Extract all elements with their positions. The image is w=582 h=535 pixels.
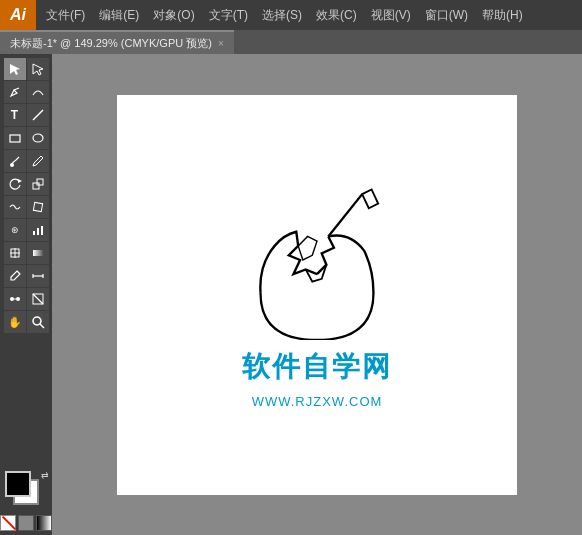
svg-rect-9 (37, 179, 43, 185)
ai-logo: Ai (0, 0, 36, 30)
tool-row-type: T (0, 104, 52, 126)
svg-point-6 (10, 163, 14, 167)
active-tab[interactable]: 未标题-1* @ 149.29% (CMYK/GPU 预览) × (0, 30, 234, 54)
paintbrush-tool[interactable] (4, 150, 26, 172)
tool-row-pen (0, 81, 52, 103)
ellipse-tool[interactable] (27, 127, 49, 149)
logo-artwork (217, 180, 417, 340)
canvas-area[interactable]: 软件自学网 WWW.RJZXW.COM (52, 54, 582, 535)
eyedropper-tool[interactable] (4, 265, 26, 287)
tool-row-symbol: ⊛ (0, 219, 52, 241)
pencil-tool[interactable] (27, 150, 49, 172)
color-boxes: ⊙ ⇄ (5, 471, 47, 513)
svg-rect-11 (33, 231, 35, 235)
swap-color-icon[interactable]: ⇄ (41, 470, 49, 480)
gradient-tool[interactable] (27, 242, 49, 264)
direct-select-tool[interactable] (27, 58, 49, 80)
free-transform-tool[interactable] (27, 196, 49, 218)
menu-text[interactable]: 文字(T) (203, 5, 254, 26)
artboard: 软件自学网 WWW.RJZXW.COM (117, 95, 517, 495)
svg-line-27 (40, 324, 44, 328)
hand-tool[interactable]: ✋ (4, 311, 26, 333)
menu-select[interactable]: 选择(S) (256, 5, 308, 26)
svg-marker-1 (33, 64, 43, 75)
blend-tool[interactable] (4, 288, 26, 310)
tool-row-eyedropper (0, 265, 52, 287)
none-color-btn[interactable] (0, 515, 16, 531)
tool-row-warp (0, 196, 52, 218)
slice-tool[interactable] (27, 288, 49, 310)
svg-line-24 (33, 294, 43, 304)
svg-rect-17 (33, 250, 43, 256)
menu-view[interactable]: 视图(V) (365, 5, 417, 26)
svg-point-26 (33, 317, 41, 325)
selection-tool[interactable] (4, 58, 26, 80)
measure-tool[interactable] (27, 265, 49, 287)
main-content: T (0, 54, 582, 535)
tool-row-hand: ✋ (0, 311, 52, 333)
fill-color-box[interactable] (5, 471, 31, 497)
svg-point-5 (33, 134, 43, 142)
svg-rect-4 (10, 135, 20, 142)
svg-marker-7 (18, 179, 22, 183)
menu-file[interactable]: 文件(F) (40, 5, 91, 26)
tool-row-brush (0, 150, 52, 172)
logo-sub-text: WWW.RJZXW.COM (252, 394, 383, 409)
tab-label: 未标题-1* @ 149.29% (CMYK/GPU 预览) (10, 36, 212, 51)
svg-marker-0 (10, 64, 20, 75)
tool-row-rotate (0, 173, 52, 195)
svg-line-2 (14, 88, 19, 90)
logo-container: 软件自学网 WWW.RJZXW.COM (217, 180, 417, 409)
symbol-tool[interactable]: ⊛ (4, 219, 26, 241)
tab-bar: 未标题-1* @ 149.29% (CMYK/GPU 预览) × (0, 30, 582, 54)
svg-point-21 (10, 297, 14, 301)
menu-edit[interactable]: 编辑(E) (93, 5, 145, 26)
svg-line-3 (33, 110, 43, 120)
menu-help[interactable]: 帮助(H) (476, 5, 529, 26)
scale-tool[interactable] (27, 173, 49, 195)
svg-rect-12 (37, 228, 39, 235)
toolbar: T (0, 54, 52, 535)
menu-bar: 文件(F) 编辑(E) 对象(O) 文字(T) 选择(S) 效果(C) 视图(V… (36, 0, 529, 30)
color-mode-btn[interactable] (18, 515, 34, 531)
gradient-mode-btn[interactable] (36, 515, 52, 531)
warp-tool[interactable] (4, 196, 26, 218)
line-tool[interactable] (27, 104, 49, 126)
tool-row-select (0, 58, 52, 80)
logo-main-text: 软件自学网 (242, 348, 392, 386)
menu-object[interactable]: 对象(O) (147, 5, 200, 26)
tool-row-rect (0, 127, 52, 149)
rotate-tool[interactable] (4, 173, 26, 195)
pen-tool[interactable] (4, 81, 26, 103)
zoom-tool[interactable] (27, 311, 49, 333)
tool-row-mesh (0, 242, 52, 264)
svg-line-28 (328, 194, 362, 236)
curvature-tool[interactable] (27, 81, 49, 103)
menu-effect[interactable]: 效果(C) (310, 5, 363, 26)
tab-close-button[interactable]: × (218, 38, 224, 49)
menu-window[interactable]: 窗口(W) (419, 5, 474, 26)
graph-tool[interactable] (27, 219, 49, 241)
rectangle-tool[interactable] (4, 127, 26, 149)
color-section: ⊙ ⇄ (0, 467, 56, 535)
svg-rect-10 (33, 202, 42, 211)
none-stroke-row (0, 515, 52, 531)
top-bar: Ai 文件(F) 编辑(E) 对象(O) 文字(T) 选择(S) 效果(C) 视… (0, 0, 582, 30)
svg-rect-8 (33, 183, 39, 189)
svg-point-22 (16, 297, 20, 301)
tool-row-blend (0, 288, 52, 310)
type-tool[interactable]: T (4, 104, 26, 126)
mesh-tool[interactable] (4, 242, 26, 264)
svg-rect-13 (41, 226, 43, 235)
